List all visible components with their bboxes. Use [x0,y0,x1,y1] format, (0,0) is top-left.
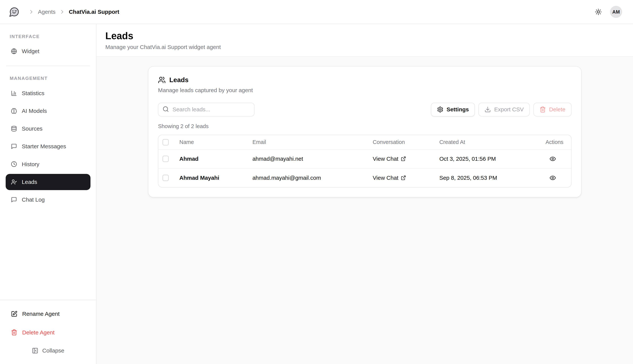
leads-card: Leads Manage leads captured by your agen… [148,66,581,198]
collapse-sidebar-button[interactable]: Collapse [6,343,91,358]
sidebar: INTERFACE Widget MANAGEMENT Statistics [0,24,97,364]
collapse-label: Collapse [42,348,64,354]
card-title: Leads [169,76,189,84]
delete-agent-label: Delete Agent [22,329,55,336]
sidebar-item-label: Chat Log [22,196,45,203]
gear-icon [437,106,443,113]
page-title: Leads [105,30,623,42]
settings-button[interactable]: Settings [431,103,475,116]
view-chat-link[interactable]: View Chat [373,156,439,162]
clock-icon [11,161,17,167]
view-chat-label: View Chat [373,156,398,162]
column-header-conversation: Conversation [373,139,439,145]
card-subtitle: Manage leads captured by your agent [158,87,571,94]
square-pen-icon [11,311,17,317]
table-row: Ahmad Mayahi ahmad.mayahi@gmail.com View… [158,168,571,187]
section-label-management: MANAGEMENT [6,72,91,85]
results-summary: Showing 2 of 2 leads [158,123,571,130]
sidebar-footer: Rename Agent Delete Agent Collapse [0,300,96,364]
export-csv-button[interactable]: Export CSV [478,103,530,116]
sidebar-item-label: Statistics [22,90,45,96]
view-chat-label: View Chat [373,175,398,181]
select-all-checkbox[interactable] [163,139,169,146]
app-logo-icon[interactable] [9,6,20,17]
delete-agent-button[interactable]: Delete Agent [6,324,91,341]
lead-created-at: Sep 8, 2025, 06:53 PM [439,175,545,181]
sidebar-divider [6,66,90,66]
top-bar: Agents ChatVia.ai Support AM [0,0,633,24]
column-header-actions: Actions [545,139,571,145]
delete-leads-label: Delete [549,106,565,113]
table-header-row: Name Email Conversation Created At Actio… [158,135,571,149]
content-area: Leads Manage leads captured by your agen… [97,57,633,364]
delete-leads-button[interactable]: Delete [533,103,571,116]
external-link-icon [401,175,406,180]
search-leads-container [158,103,255,116]
section-label-interface: INTERFACE [6,30,91,43]
breadcrumb: Agents ChatVia.ai Support [28,9,119,15]
view-chat-link[interactable]: View Chat [373,175,439,181]
sun-icon [595,8,602,15]
sidebar-item-widget[interactable]: Widget [6,43,91,59]
sidebar-item-label: Starter Messages [22,143,66,150]
sidebar-item-ai-models[interactable]: AI Models [6,103,91,119]
app-window: Agents ChatVia.ai Support AM INTERFACE [0,0,633,364]
download-icon [484,106,491,113]
user-check-icon [11,179,17,185]
users-icon [158,76,166,84]
view-lead-button[interactable] [549,175,571,181]
trash-icon [539,106,546,113]
table-row: Ahmad ahmad@mayahi.net View Chat Oct 3, … [158,149,571,168]
sidebar-item-statistics[interactable]: Statistics [6,85,91,101]
lead-name: Ahmad [176,156,252,162]
chevron-right-icon [28,9,34,15]
theme-toggle-button[interactable] [592,6,605,18]
sidebar-item-label: AI Models [22,108,47,114]
globe-icon [11,48,17,54]
lead-email: ahmad.mayahi@gmail.com [252,175,373,181]
column-header-created-at: Created At [439,139,545,145]
chevron-right-icon [59,9,65,15]
message-square-icon [11,144,17,150]
lead-created-at: Oct 3, 2025, 01:56 PM [439,156,545,162]
external-link-icon [401,156,406,162]
sidebar-item-label: Sources [22,126,43,132]
sidebar-item-label: Leads [22,179,37,185]
breadcrumb-agents[interactable]: Agents [38,9,56,15]
rename-agent-button[interactable]: Rename Agent [6,306,91,322]
select-row-checkbox[interactable] [163,175,169,181]
lead-name: Ahmad Mayahi [176,175,252,181]
sidebar-item-leads[interactable]: Leads [6,174,91,190]
view-lead-button[interactable] [549,156,571,162]
page-subtitle: Manage your ChatVia.ai Support widget ag… [105,44,623,50]
column-header-name: Name [176,139,252,145]
sidebar-item-chat-log[interactable]: Chat Log [6,192,91,208]
panel-left-close-icon [32,348,38,354]
select-row-checkbox[interactable] [163,156,169,162]
rename-agent-label: Rename Agent [22,311,60,317]
message-square-icon [11,197,17,203]
brain-icon [11,108,17,114]
export-csv-label: Export CSV [494,106,524,113]
sidebar-item-label: History [22,161,40,168]
search-leads-input[interactable] [158,103,255,116]
bar-chart-icon [11,90,17,96]
breadcrumb-current-agent: ChatVia.ai Support [69,9,119,15]
user-avatar[interactable]: AM [610,6,622,18]
search-icon [163,106,169,112]
eye-icon [549,175,556,181]
sidebar-item-history[interactable]: History [6,156,91,172]
column-header-email: Email [252,139,373,145]
lead-email: ahmad@mayahi.net [252,156,373,162]
settings-label: Settings [447,106,469,113]
sidebar-item-starter-messages[interactable]: Starter Messages [6,138,91,154]
database-icon [11,126,17,132]
sidebar-item-label: Widget [22,48,40,54]
sidebar-item-sources[interactable]: Sources [6,120,91,137]
chat-bubble-wink-logo [9,6,20,17]
leads-table: Name Email Conversation Created At Actio… [158,135,571,188]
eye-icon [549,156,556,162]
trash-icon [11,329,17,336]
page-header: Leads Manage your ChatVia.ai Support wid… [97,24,633,57]
